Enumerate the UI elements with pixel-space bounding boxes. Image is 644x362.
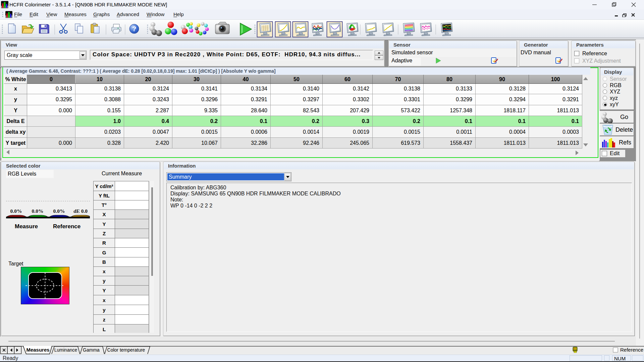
- svg-text:dE 0.0: dE 0.0: [73, 208, 88, 214]
- svg-text:Luminance: Luminance: [54, 347, 77, 353]
- svg-text:Measures: Measures: [26, 347, 49, 353]
- svg-text:0.0%: 0.0%: [53, 208, 65, 214]
- svg-text:Reference: Reference: [620, 347, 643, 353]
- svg-text:Gamma: Gamma: [83, 347, 100, 353]
- svg-text:Color temperature: Color temperature: [107, 347, 145, 353]
- svg-text:0.0%: 0.0%: [10, 208, 22, 214]
- svg-text:?: ?: [132, 25, 136, 33]
- svg-text:0.0%: 0.0%: [32, 208, 44, 214]
